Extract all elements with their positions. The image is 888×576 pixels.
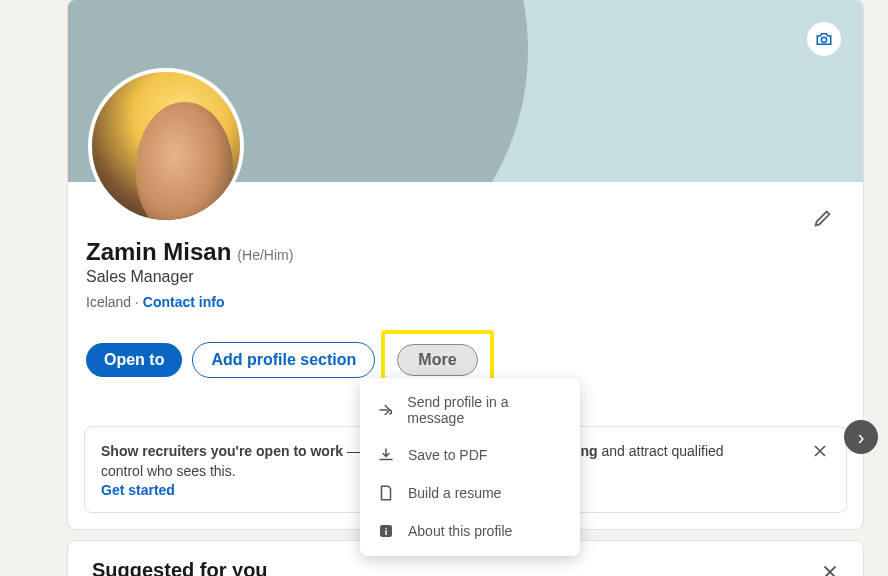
add-profile-section-button[interactable]: Add profile section	[192, 342, 375, 378]
open-to-button[interactable]: Open to	[86, 343, 182, 377]
dropdown-label: Build a resume	[408, 485, 501, 501]
dropdown-item-resume[interactable]: Build a resume	[360, 474, 580, 512]
dropdown-label: About this profile	[408, 523, 512, 539]
svg-point-0	[821, 37, 826, 42]
svg-text:i: i	[385, 526, 388, 537]
dropdown-item-send[interactable]: Send profile in a message	[360, 384, 580, 436]
download-icon	[376, 446, 396, 464]
pencil-icon	[812, 207, 834, 229]
close-open-to-card-button[interactable]	[810, 441, 830, 498]
carousel-next-button[interactable]: ›	[844, 420, 878, 454]
close-icon	[819, 561, 841, 576]
contact-info-link[interactable]: Contact info	[143, 294, 225, 310]
chevron-right-icon: ›	[858, 426, 865, 449]
otw-bold-1: Show recruiters you're open to work	[101, 443, 343, 459]
dropdown-label: Save to PDF	[408, 447, 487, 463]
camera-icon	[815, 30, 833, 48]
edit-profile-button[interactable]	[805, 200, 841, 236]
close-icon	[810, 441, 830, 461]
doc-icon	[376, 484, 396, 502]
send-icon	[376, 401, 395, 419]
profile-location: Iceland	[86, 294, 131, 310]
info-icon: i	[376, 522, 396, 540]
dropdown-label: Send profile in a message	[407, 394, 564, 426]
dropdown-item-pdf[interactable]: Save to PDF	[360, 436, 580, 474]
close-suggested-button[interactable]	[819, 561, 841, 576]
more-button[interactable]: More	[397, 344, 477, 376]
otw-text-3: and attract qualified	[598, 443, 724, 459]
profile-headline: Sales Manager	[86, 268, 839, 286]
dropdown-item-about[interactable]: i About this profile	[360, 512, 580, 550]
profile-pronouns: (He/Him)	[237, 247, 293, 263]
avatar[interactable]	[88, 68, 244, 224]
suggested-title: Suggested for you	[92, 559, 839, 576]
edit-banner-button[interactable]	[807, 22, 841, 56]
more-dropdown: Send profile in a message Save to PDF Bu…	[360, 378, 580, 556]
separator: ·	[131, 294, 143, 310]
profile-name: Zamin Misan	[86, 238, 231, 266]
